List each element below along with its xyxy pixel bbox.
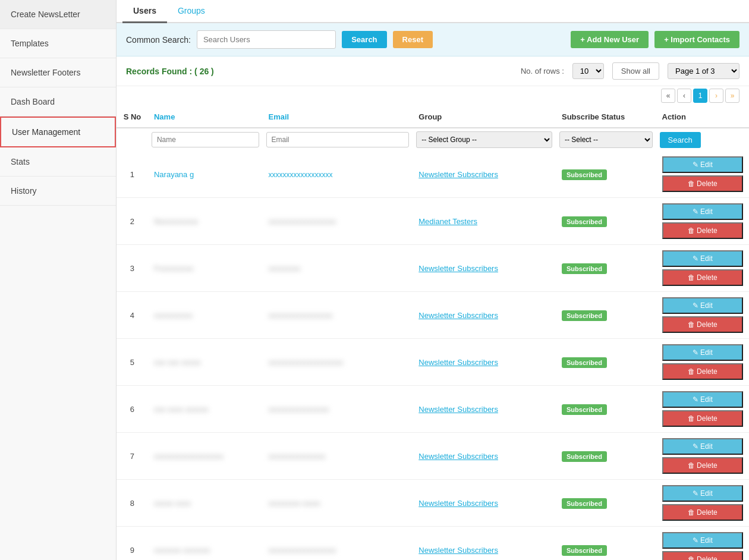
cell-sno: 9 [117, 527, 148, 561]
sidebar-item-history[interactable]: History [0, 177, 116, 206]
import-contacts-button[interactable]: + Import Contacts [654, 31, 739, 48]
col-header-group: Group [413, 106, 556, 128]
delete-button[interactable]: 🗑 Delete [662, 457, 744, 474]
table-row: 8 xxxxx xxxx xxxxxxxxx xxxxx Newsletter … [117, 480, 749, 527]
add-new-user-button[interactable]: + Add New User [571, 31, 649, 48]
cell-sno: 5 [117, 339, 148, 386]
cell-status: Subscribed [556, 480, 656, 527]
delete-button[interactable]: 🗑 Delete [662, 222, 744, 239]
filter-group-select[interactable]: -- Select Group -- Newsletter Subscriber… [416, 131, 552, 148]
filter-email-input[interactable] [266, 132, 410, 147]
tab-users[interactable]: Users [122, 0, 167, 23]
cell-sno: 3 [117, 245, 148, 292]
filter-search-cell: Search [656, 128, 750, 151]
tab-groups[interactable]: Groups [167, 0, 216, 23]
cell-name: Nxxxxxxxxxx [148, 198, 263, 245]
sidebar-item-dash-board[interactable]: Dash Board [0, 87, 116, 117]
edit-button[interactable]: ✎ Edit [662, 532, 744, 549]
cell-group: Newsletter Subscribers [413, 433, 556, 480]
delete-button[interactable]: 🗑 Delete [662, 269, 744, 286]
cell-group: Newsletter Subscribers [413, 386, 556, 433]
cell-email: xxxxxxxxxxxxxxxxxxx [263, 527, 413, 561]
cell-action: ✎ Edit 🗑 Delete [656, 245, 750, 292]
rows-per-page-select[interactable]: 10 25 50 [572, 63, 604, 79]
delete-button[interactable]: 🗑 Delete [662, 175, 744, 192]
search-input[interactable] [197, 30, 336, 49]
rows-label: No. of rows : [521, 67, 564, 75]
cell-action: ✎ Edit 🗑 Delete [656, 433, 750, 480]
prev-page-button[interactable]: ‹ [677, 89, 691, 103]
sidebar-item-user-management[interactable]: User Management [0, 117, 116, 147]
edit-button[interactable]: ✎ Edit [662, 156, 744, 173]
first-page-button[interactable]: « [661, 89, 675, 103]
cell-sno: 7 [117, 433, 148, 480]
cell-email: xxxxxxxxx [263, 245, 413, 292]
last-page-button[interactable]: » [725, 89, 739, 103]
table-row: 3 Fxxxxxxxxx xxxxxxxxx Newsletter Subscr… [117, 245, 749, 292]
reset-button[interactable]: Reset [393, 31, 433, 48]
edit-button[interactable]: ✎ Edit [662, 391, 744, 408]
delete-button[interactable]: 🗑 Delete [662, 316, 744, 333]
cell-status: Subscribed [556, 339, 656, 386]
filter-name-input[interactable] [152, 132, 259, 147]
cell-group: Newsletter Subscribers [413, 480, 556, 527]
edit-button[interactable]: ✎ Edit [662, 344, 744, 361]
filter-search-button[interactable]: Search [660, 132, 701, 148]
filter-status-cell: -- Select -- Subscribed Unsubscribed [556, 128, 656, 151]
cell-action: ✎ Edit 🗑 Delete [656, 151, 750, 198]
edit-button[interactable]: ✎ Edit [662, 203, 744, 220]
search-button[interactable]: Search [342, 31, 386, 48]
page-select[interactable]: Page 1 of 3 Page 2 of 3 Page 3 of 3 [668, 63, 739, 79]
sidebar-item-newsletter-footers[interactable]: Newsletter Footers [0, 58, 116, 87]
edit-button[interactable]: ✎ Edit [662, 297, 744, 314]
cell-group: Newsletter Subscribers [413, 339, 556, 386]
cell-status: Subscribed [556, 245, 656, 292]
edit-button[interactable]: ✎ Edit [662, 438, 744, 455]
cell-sno: 2 [117, 198, 148, 245]
cell-email: xxxxxxxxxxxxxxxxxx [263, 292, 413, 339]
col-header-email[interactable]: Email [263, 106, 413, 128]
filter-group-cell: -- Select Group -- Newsletter Subscriber… [413, 128, 556, 151]
records-bar: Records Found : ( 26 ) No. of rows : 10 … [117, 56, 749, 86]
edit-button[interactable]: ✎ Edit [662, 250, 744, 267]
cell-status: Subscribed [556, 433, 656, 480]
cell-action: ✎ Edit 🗑 Delete [656, 198, 750, 245]
sidebar-item-create-newsletter[interactable]: Create NewsLetter [0, 0, 116, 29]
filter-status-select[interactable]: -- Select -- Subscribed Unsubscribed [559, 131, 653, 148]
cell-status: Subscribed [556, 527, 656, 561]
delete-button[interactable]: 🗑 Delete [662, 504, 744, 521]
cell-email: xxxxxxxxx xxxxx [263, 480, 413, 527]
delete-button[interactable]: 🗑 Delete [662, 363, 744, 380]
sidebar-item-templates[interactable]: Templates [0, 29, 116, 58]
search-bar: Common Search: Search Reset + Add New Us… [117, 23, 749, 56]
cell-name: xxxxxxxxxxxxxxxxxx [148, 433, 263, 480]
cell-email: xxxxxxxxxxxxxxxx [263, 433, 413, 480]
col-header-action: Action [656, 106, 750, 128]
cell-status: Subscribed [556, 151, 656, 198]
cell-status: Subscribed [556, 292, 656, 339]
delete-button[interactable]: 🗑 Delete [662, 551, 744, 560]
col-header-name[interactable]: Name [148, 106, 263, 128]
tab-bar: Users Groups [117, 0, 749, 23]
cell-email: xxxxxxxxxxxxxxxxxx [263, 151, 413, 198]
sidebar-item-stats[interactable]: Stats [0, 147, 116, 177]
cell-group: Newsletter Subscribers [413, 292, 556, 339]
table-row: 9 xxxxxxx xxxxxxx xxxxxxxxxxxxxxxxxxx Ne… [117, 527, 749, 561]
table-row: 1 Narayana g xxxxxxxxxxxxxxxxxx Newslett… [117, 151, 749, 198]
table-wrapper: S No Name Email Group Subscribe Status A… [117, 106, 749, 560]
sidebar: Create NewsLetter Templates Newsletter F… [0, 0, 117, 560]
cell-email: xxxxxxxxxxxxxxxxxxx [263, 198, 413, 245]
page-1-button[interactable]: 1 [693, 89, 707, 103]
cell-status: Subscribed [556, 386, 656, 433]
cell-sno: 8 [117, 480, 148, 527]
edit-button[interactable]: ✎ Edit [662, 485, 744, 502]
cell-action: ✎ Edit 🗑 Delete [656, 339, 750, 386]
delete-button[interactable]: 🗑 Delete [662, 410, 744, 427]
users-table: S No Name Email Group Subscribe Status A… [117, 106, 749, 560]
show-all-button[interactable]: Show all [612, 62, 659, 80]
cell-group: Newsletter Subscribers [413, 245, 556, 292]
cell-sno: 1 [117, 151, 148, 198]
filter-name-cell [148, 128, 263, 151]
next-page-button[interactable]: › [709, 89, 723, 103]
cell-action: ✎ Edit 🗑 Delete [656, 480, 750, 527]
